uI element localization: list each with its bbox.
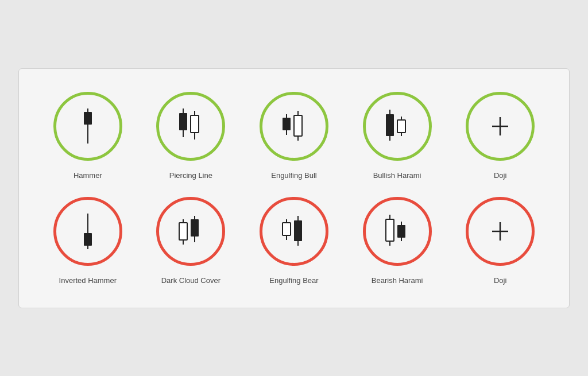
- svg-rect-36: [294, 220, 302, 241]
- candle-hammer: [79, 106, 96, 146]
- pattern-item-piercing-line: Piercing Line: [145, 92, 237, 180]
- bullish-row: Hammer Piercing Line: [36, 92, 552, 180]
- svg-rect-7: [191, 115, 199, 133]
- svg-rect-33: [283, 223, 291, 235]
- svg-rect-10: [283, 118, 291, 130]
- label-piercing-line: Piercing Line: [169, 171, 212, 180]
- pattern-item-bullish-harami: Bullish Harami: [351, 92, 443, 180]
- candle-bullish-harami: [382, 106, 413, 146]
- label-engulfing-bull: Engulfing Bull: [271, 171, 317, 180]
- label-inverted-hammer: Inverted Hammer: [59, 276, 117, 285]
- svg-rect-39: [386, 219, 394, 241]
- circle-engulfing-bull: [260, 92, 328, 161]
- pattern-item-inverted-hammer: Inverted Hammer: [42, 197, 134, 285]
- label-hammer: Hammer: [74, 171, 102, 180]
- circle-doji-bear: [466, 197, 535, 266]
- label-dark-cloud-cover: Dark Cloud Cover: [161, 276, 220, 285]
- candle-bearish-harami: [382, 211, 413, 251]
- svg-rect-30: [191, 219, 199, 237]
- pattern-item-engulfing-bull: Engulfing Bull: [248, 92, 340, 180]
- label-bullish-harami: Bullish Harami: [373, 171, 421, 180]
- circle-doji-bull: [466, 92, 535, 161]
- pattern-item-doji-bull: Doji: [454, 92, 546, 180]
- svg-rect-16: [386, 114, 394, 136]
- svg-rect-27: [179, 223, 187, 240]
- pattern-item-dark-cloud-cover: Dark Cloud Cover: [145, 197, 237, 285]
- candle-engulfing-bear: [278, 211, 310, 251]
- label-engulfing-bear: Engulfing Bear: [269, 276, 318, 285]
- label-doji-bear: Doji: [494, 276, 506, 285]
- candle-engulfing-bull: [278, 106, 310, 146]
- circle-bullish-harami: [363, 92, 432, 161]
- pattern-item-hammer: Hammer: [42, 92, 134, 180]
- circle-piercing-line: [156, 92, 225, 161]
- candle-doji-bear: [489, 220, 512, 243]
- candle-doji-bull: [489, 115, 512, 138]
- pattern-item-bearish-harami: Bearish Harami: [351, 197, 443, 285]
- circle-hammer: [53, 92, 122, 161]
- label-bearish-harami: Bearish Harami: [372, 276, 423, 285]
- circle-bearish-harami: [363, 197, 432, 266]
- candlestick-patterns-card: Hammer Piercing Line: [18, 68, 570, 308]
- candle-piercing-line: [175, 106, 206, 146]
- circle-dark-cloud-cover: [156, 197, 225, 266]
- svg-rect-24: [84, 233, 92, 246]
- candle-dark-cloud-cover: [175, 211, 206, 251]
- circle-inverted-hammer: [53, 197, 122, 266]
- pattern-item-doji-bear: Doji: [454, 197, 546, 285]
- svg-rect-0: [84, 112, 92, 125]
- pattern-item-engulfing-bear: Engulfing Bear: [248, 197, 340, 285]
- svg-rect-19: [397, 120, 405, 133]
- bearish-row: Inverted Hammer Dark Cloud Cover: [36, 197, 552, 285]
- svg-rect-42: [397, 225, 405, 238]
- circle-engulfing-bear: [260, 197, 328, 266]
- svg-rect-4: [179, 113, 187, 130]
- candle-inverted-hammer: [79, 211, 96, 251]
- label-doji-bull: Doji: [494, 171, 506, 180]
- svg-rect-13: [294, 115, 302, 136]
